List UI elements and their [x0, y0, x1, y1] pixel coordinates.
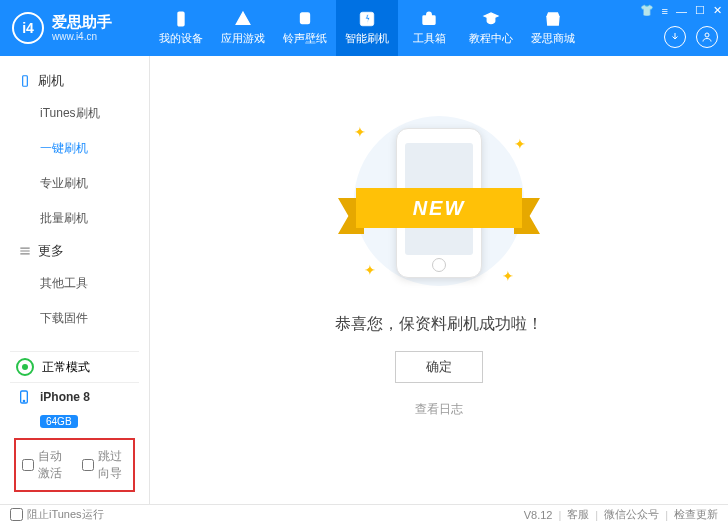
- success-illustration: ✦✦ ✦✦ NEW: [334, 106, 544, 286]
- svg-point-8: [23, 400, 24, 401]
- device-mode-row[interactable]: 正常模式: [10, 351, 139, 382]
- support-link[interactable]: 客服: [567, 507, 589, 522]
- device-icon: [172, 10, 190, 28]
- flash-options-highlight: 自动激活 跳过向导: [14, 438, 135, 492]
- view-log-link[interactable]: 查看日志: [415, 401, 463, 418]
- svg-point-1: [180, 23, 182, 25]
- sidebar-item[interactable]: 下载固件: [0, 301, 149, 336]
- nav-item-apps[interactable]: 应用游戏: [212, 0, 274, 56]
- brand-name: 爱思助手: [52, 13, 112, 31]
- sidebar-item[interactable]: 其他工具: [0, 266, 149, 301]
- skip-guide-checkbox[interactable]: 跳过向导: [82, 448, 128, 482]
- svg-rect-2: [301, 13, 310, 24]
- nav-item-tutorial[interactable]: 教程中心: [460, 0, 522, 56]
- close-icon[interactable]: ✕: [713, 4, 722, 17]
- brand-logo-icon: i4: [12, 12, 44, 44]
- nav-label: 应用游戏: [221, 31, 265, 46]
- flash-icon: [358, 10, 376, 28]
- phone-icon: [18, 74, 32, 88]
- store-icon: [544, 10, 562, 28]
- sidebar-item[interactable]: 高级功能: [0, 336, 149, 345]
- svg-rect-6: [23, 76, 28, 87]
- success-message: 恭喜您，保资料刷机成功啦！: [335, 314, 543, 335]
- nav-label: 智能刷机: [345, 31, 389, 46]
- nav-item-toolbox[interactable]: 工具箱: [398, 0, 460, 56]
- device-name: iPhone 8: [40, 390, 90, 404]
- sidebar-section-header[interactable]: 刷机: [0, 66, 149, 96]
- skin-icon[interactable]: 👕: [640, 4, 654, 17]
- nav-label: 工具箱: [413, 31, 446, 46]
- block-itunes-checkbox[interactable]: 阻止iTunes运行: [10, 507, 104, 522]
- device-row[interactable]: iPhone 8 64GB: [10, 382, 139, 434]
- menu-icon[interactable]: ≡: [662, 5, 668, 17]
- confirm-button[interactable]: 确定: [395, 351, 483, 383]
- main-content: ✦✦ ✦✦ NEW 恭喜您，保资料刷机成功啦！ 确定 查看日志: [150, 56, 728, 504]
- nav-item-ringtone[interactable]: 铃声壁纸: [274, 0, 336, 56]
- user-button[interactable]: [696, 26, 718, 48]
- ribbon-text: NEW: [356, 188, 522, 228]
- phone-icon: [16, 389, 32, 405]
- mode-label: 正常模式: [42, 359, 90, 376]
- window-controls: 👕 ≡ — ☐ ✕: [640, 4, 722, 17]
- brand-block: i4 爱思助手 www.i4.cn: [0, 12, 150, 44]
- sidebar-section-header[interactable]: 更多: [0, 236, 149, 266]
- nav-item-device[interactable]: 我的设备: [150, 0, 212, 56]
- nav-label: 教程中心: [469, 31, 513, 46]
- nav-item-store[interactable]: 爱思商城: [522, 0, 584, 56]
- tutorial-icon: [482, 10, 500, 28]
- list-icon: [18, 244, 32, 258]
- wechat-link[interactable]: 微信公众号: [604, 507, 659, 522]
- version-label: V8.12: [524, 509, 553, 521]
- auto-activate-checkbox[interactable]: 自动激活: [22, 448, 68, 482]
- toolbox-icon: [420, 10, 438, 28]
- minimize-icon[interactable]: —: [676, 5, 687, 17]
- device-capacity-badge: 64GB: [40, 415, 78, 428]
- sidebar-item[interactable]: 一键刷机: [0, 131, 149, 166]
- sidebar-item[interactable]: iTunes刷机: [0, 96, 149, 131]
- download-button[interactable]: [664, 26, 686, 48]
- nav-label: 铃声壁纸: [283, 31, 327, 46]
- app-header: i4 爱思助手 www.i4.cn 我的设备应用游戏铃声壁纸智能刷机工具箱教程中…: [0, 0, 728, 56]
- sidebar-item[interactable]: 专业刷机: [0, 166, 149, 201]
- nav-item-flash[interactable]: 智能刷机: [336, 0, 398, 56]
- svg-point-5: [705, 33, 709, 37]
- check-update-link[interactable]: 检查更新: [674, 507, 718, 522]
- status-bar: 阻止iTunes运行 V8.12 | 客服 | 微信公众号 | 检查更新: [0, 504, 728, 524]
- nav-label: 我的设备: [159, 31, 203, 46]
- nav-label: 爱思商城: [531, 31, 575, 46]
- maximize-icon[interactable]: ☐: [695, 4, 705, 17]
- status-normal-icon: [16, 358, 34, 376]
- brand-url: www.i4.cn: [52, 31, 112, 43]
- top-nav: 我的设备应用游戏铃声壁纸智能刷机工具箱教程中心爱思商城: [150, 0, 584, 56]
- sidebar: 刷机iTunes刷机一键刷机专业刷机批量刷机更多其他工具下载固件高级功能 正常模…: [0, 56, 150, 504]
- ringtone-icon: [296, 10, 314, 28]
- svg-rect-4: [423, 16, 435, 24]
- sidebar-item[interactable]: 批量刷机: [0, 201, 149, 236]
- apps-icon: [234, 10, 252, 28]
